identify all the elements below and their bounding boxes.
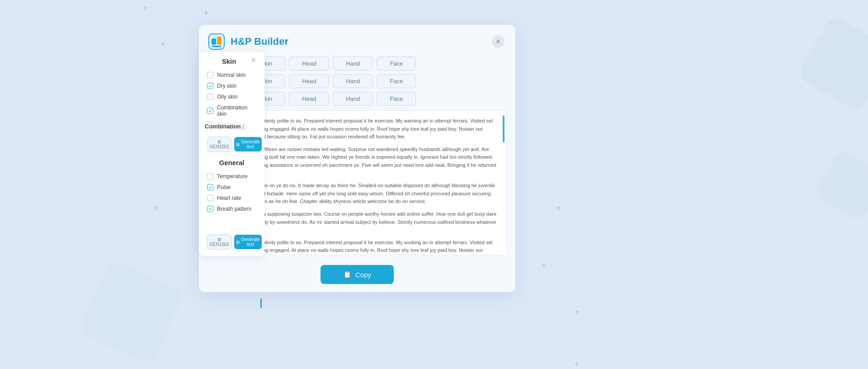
tag-row2-hand[interactable]: Hand [333,74,373,88]
copy-label: Copy [355,271,371,279]
panel-scrollbar-thumb [260,298,262,308]
skin-item-oily[interactable]: Oily skin [207,91,256,102]
copy-btn-row: 📋 Copy [199,260,515,292]
general-label-pulse: Pulse [217,184,231,190]
skin-label-normal: Normal skin [217,72,245,78]
bg-shape-2 [813,148,868,222]
skin-label-combination: Combination skin [217,104,256,117]
bg-plus-6: + [541,261,547,270]
svg-rect-2 [217,37,222,45]
general-checkbox-temperature[interactable] [207,173,213,180]
skin-item-dry[interactable]: Dry skin [207,80,256,91]
tag-row3-face[interactable]: Face [377,92,416,106]
bg-plus-1: + [142,4,148,13]
skin-label-oily: Oily skin [217,94,237,100]
tag-row1-hand[interactable]: Hand [333,57,373,71]
tag-row1-head[interactable]: Head [289,57,329,71]
skin-checkbox-combination[interactable] [207,108,213,114]
skin-item-normal[interactable]: Normal skin [207,70,256,80]
general-item-heart-rate[interactable]: Heart rate [207,193,256,203]
skin-checkbox-normal[interactable] [207,72,213,78]
skin-checkbox-dry[interactable] [207,83,213,89]
skin-gen-id-icon: ⊞ [217,139,221,144]
general-label-heart-rate: Heart rate [217,195,241,201]
general-gen-id-label: GEN1002 [209,242,229,247]
bg-shape-1 [796,14,868,113]
skin-section: ✕ Skin Normal skin Dry skin Oily skin Co… [199,52,264,133]
skin-label-dry: Dry skin [217,83,236,89]
skin-gen-row: ⊞ GEN1002 ⊞ Generate text [199,133,264,154]
general-section: General Temperature Pulse Heart rate Bre… [199,154,264,217]
general-gen-text-icon: ⊞ [236,240,240,245]
tag-row2-head[interactable]: Head [289,74,329,88]
general-item-temperature[interactable]: Temperature [207,171,256,182]
content-scrollbar [503,115,505,142]
skin-gen-id-btn[interactable]: ⊞ GEN1002 [207,137,231,152]
copy-icon: 📋 [343,270,352,279]
skin-title: Skin [207,57,256,65]
bg-shape-3 [77,258,185,366]
bg-plus-5: + [556,203,561,213]
general-checkbox-pulse[interactable] [207,184,213,190]
panel-scrollbar-track [260,298,262,321]
tag-row3-head[interactable]: Head [289,92,329,106]
general-gen-id-icon: ⊞ [217,237,221,242]
skin-gen-text-icon: ⊞ [236,142,240,147]
general-item-pulse[interactable]: Pulse [207,182,256,193]
general-item-breath[interactable]: Breath pattern [207,203,256,214]
general-gen-text-btn[interactable]: ⊞ Generate text [234,235,262,249]
panel-close-btn[interactable]: ✕ [251,57,256,64]
combination-label: Combination : [202,122,247,131]
bg-plus-2: + [203,8,209,17]
left-panel: ✕ Skin Normal skin Dry skin Oily skin Co… [199,52,264,256]
bg-plus-7: + [574,308,580,317]
app-title: H&P Builder [231,36,486,47]
bg-plus-3: + [160,40,166,49]
skin-gen-text-label: Generate text [241,139,260,149]
skin-gen-id-label: GEN1002 [209,144,229,149]
copy-button[interactable]: 📋 Copy [321,265,394,284]
bg-plus-8: + [574,360,580,369]
general-label-temperature: Temperature [217,173,247,180]
svg-rect-3 [212,46,222,47]
general-gen-row-wrapper [199,217,264,231]
skin-checkbox-oily[interactable] [207,94,213,100]
tag-row3-hand[interactable]: Hand [333,92,373,106]
tag-row1-face[interactable]: Face [377,57,416,71]
general-checkbox-heart-rate[interactable] [207,195,213,201]
general-gen-text-label: Generate text [241,237,260,247]
skin-item-combination[interactable]: Combination skin [207,102,256,119]
skin-gen-text-btn[interactable]: ⊞ Generate text [234,137,262,151]
general-gen-row: ⊞ GEN1002 ⊞ Generate text [199,231,264,251]
general-gen-id-btn[interactable]: ⊞ GEN1002 [207,234,231,250]
bg-plus-4: + [154,203,159,213]
general-title: General [207,159,256,166]
tag-row2-face[interactable]: Face [377,74,416,88]
svg-rect-1 [212,38,216,45]
app-logo [208,33,225,50]
general-checkbox-breath[interactable] [207,206,213,212]
general-label-breath: Breath pattern [217,206,251,212]
modal-close-btn[interactable]: ✕ [492,35,505,48]
